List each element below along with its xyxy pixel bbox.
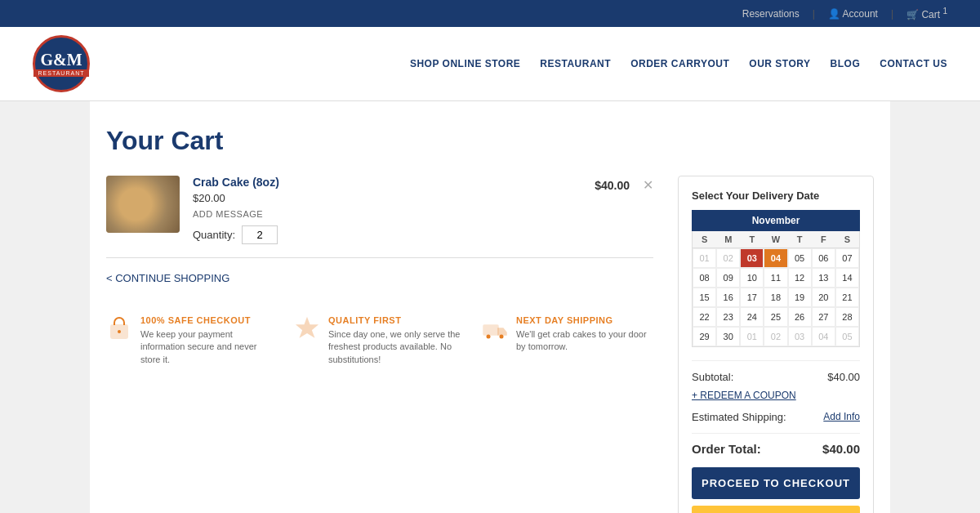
logo-ribbon: RESTAURANT: [33, 69, 90, 77]
next-day-shipping-desc: We'll get crab cakes to your door by tom…: [516, 328, 653, 354]
cal-day[interactable]: 10: [740, 268, 764, 288]
safe-checkout-desc: We keep your payment information secure …: [140, 328, 278, 366]
order-total-label: Order Total:: [692, 442, 761, 456]
cart-item-info: Crab Cake (8oz) $20.00 ADD MESSAGE Quant…: [193, 176, 581, 244]
cal-day[interactable]: 25: [764, 307, 787, 327]
cart-layout: Crab Cake (8oz) $20.00 ADD MESSAGE Quant…: [106, 176, 874, 513]
checkout-button[interactable]: PROCEED TO CHECKOUT: [692, 467, 860, 499]
nav-shop[interactable]: SHOP ONLINE STORE: [410, 58, 520, 69]
svg-point-4: [487, 335, 491, 339]
feature-next-day-shipping: NEXT DAY SHIPPING We'll get crab cakes t…: [482, 315, 653, 366]
cart-link[interactable]: 🛒 Cart 1: [906, 7, 947, 20]
calendar-grid: S M T W T F S 01 02 03 04 05 06: [692, 231, 860, 347]
page-wrapper: Your Cart Crab Cake (8oz) $20.00 ADD MES…: [90, 101, 890, 513]
subtotal-value: $40.00: [827, 371, 860, 383]
page-title: Your Cart: [106, 126, 874, 156]
calendar-month-header: November: [692, 210, 860, 231]
quantity-label: Quantity:: [193, 229, 235, 241]
feature-quality-first: QUALITY FIRST Since day one, we only ser…: [294, 315, 466, 366]
cal-day[interactable]: 08: [693, 268, 716, 288]
quantity-input[interactable]: [242, 225, 278, 244]
cal-day[interactable]: 28: [835, 307, 859, 327]
order-total-value: $40.00: [822, 442, 860, 456]
cal-day[interactable]: 09: [716, 268, 740, 288]
subtotal-row: Subtotal: $40.00: [692, 371, 860, 383]
cal-day[interactable]: 18: [764, 288, 787, 307]
shipping-row: Estimated Shipping: Add Info: [692, 411, 860, 423]
cal-day[interactable]: 22: [693, 307, 716, 327]
cal-day[interactable]: 03: [788, 327, 812, 346]
cal-day[interactable]: 11: [764, 268, 787, 288]
cart-item-image-inner: [106, 176, 180, 233]
calendar[interactable]: November S M T W T F S 01 02 03 04: [692, 210, 860, 347]
cart-item: Crab Cake (8oz) $20.00 ADD MESSAGE Quant…: [106, 176, 653, 258]
cal-day[interactable]: 21: [835, 288, 859, 307]
dow-fri: F: [812, 231, 835, 248]
continue-shopping-link[interactable]: < CONTINUE SHOPPING: [106, 272, 229, 284]
svg-point-5: [500, 335, 504, 339]
cal-day[interactable]: 24: [740, 307, 764, 327]
cal-day[interactable]: 05: [788, 248, 812, 268]
order-total-row: Order Total: $40.00: [692, 433, 860, 456]
cal-day[interactable]: 05: [835, 327, 859, 346]
paypal-checkout-button[interactable]: PayPal Checkout: [692, 506, 860, 513]
main-nav: SHOP ONLINE STORE RESTAURANT ORDER CARRY…: [410, 58, 947, 69]
account-link[interactable]: 👤 Account: [828, 8, 878, 20]
delivery-title: Select Your Delivery Date: [692, 190, 860, 202]
features-row: 100% SAFE CHECKOUT We keep your payment …: [106, 315, 653, 366]
coupon-link[interactable]: + REDEEM A COUPON: [692, 390, 860, 401]
cal-day[interactable]: 06: [812, 248, 835, 268]
shipping-label: Estimated Shipping:: [692, 411, 786, 423]
subtotal-label: Subtotal:: [692, 371, 733, 383]
cal-day[interactable]: 19: [788, 288, 812, 307]
cal-day[interactable]: 02: [764, 327, 787, 346]
logo-area: G&M RESTAURANT: [33, 35, 90, 92]
cal-day-selected[interactable]: 04: [764, 248, 787, 268]
cal-day[interactable]: 29: [693, 327, 716, 346]
cal-day[interactable]: 12: [788, 268, 812, 288]
delivery-card: Select Your Delivery Date November S M T…: [678, 176, 874, 513]
cal-day[interactable]: 16: [716, 288, 740, 307]
account-icon: 👤: [828, 8, 840, 20]
next-day-shipping-title: NEXT DAY SHIPPING: [516, 315, 653, 325]
cal-day[interactable]: 27: [812, 307, 835, 327]
cal-day[interactable]: 13: [812, 268, 835, 288]
svg-marker-2: [297, 319, 317, 337]
cart-item-quantity: Quantity:: [193, 225, 581, 244]
nav-contact[interactable]: CONTACT US: [880, 58, 947, 69]
cal-day[interactable]: 23: [716, 307, 740, 327]
summary-section: Subtotal: $40.00 + REDEEM A COUPON Estim…: [692, 360, 860, 513]
divider: |: [813, 8, 815, 20]
dow-thu: T: [788, 231, 812, 248]
remove-item-button[interactable]: ✕: [643, 177, 653, 193]
svg-rect-3: [483, 325, 498, 335]
cart-item-name: Crab Cake (8oz): [193, 176, 581, 189]
cal-day[interactable]: 20: [812, 288, 835, 307]
cal-day[interactable]: 15: [693, 288, 716, 307]
cal-day[interactable]: 01: [693, 248, 716, 268]
top-bar: Reservations | 👤 Account | 🛒 Cart 1: [0, 0, 980, 27]
quality-first-title: QUALITY FIRST: [328, 315, 466, 325]
cal-day[interactable]: 17: [740, 288, 764, 307]
cal-day[interactable]: 04: [812, 327, 835, 346]
cal-day[interactable]: 30: [716, 327, 740, 346]
reservations-link[interactable]: Reservations: [742, 8, 800, 20]
cart-right: Select Your Delivery Date November S M T…: [678, 176, 874, 513]
logo-badge: G&M RESTAURANT: [33, 35, 90, 92]
nav-carryout[interactable]: ORDER CARRYOUT: [630, 58, 729, 69]
nav-restaurant[interactable]: RESTAURANT: [540, 58, 611, 69]
cal-day-today[interactable]: 03: [740, 248, 764, 268]
dow-tue: T: [740, 231, 764, 248]
dow-mon: M: [716, 231, 740, 248]
cal-day[interactable]: 07: [835, 248, 859, 268]
cal-day[interactable]: 26: [788, 307, 812, 327]
cal-day[interactable]: 14: [835, 268, 859, 288]
dow-wed: W: [764, 231, 787, 248]
cal-day[interactable]: 02: [716, 248, 740, 268]
next-day-shipping-icon: [482, 315, 508, 341]
nav-ourstory[interactable]: OUR STORY: [749, 58, 810, 69]
add-message-label[interactable]: ADD MESSAGE: [193, 209, 581, 219]
shipping-add-info-link[interactable]: Add Info: [823, 411, 860, 423]
cal-day[interactable]: 01: [740, 327, 764, 346]
nav-blog[interactable]: BLOG: [831, 58, 861, 69]
